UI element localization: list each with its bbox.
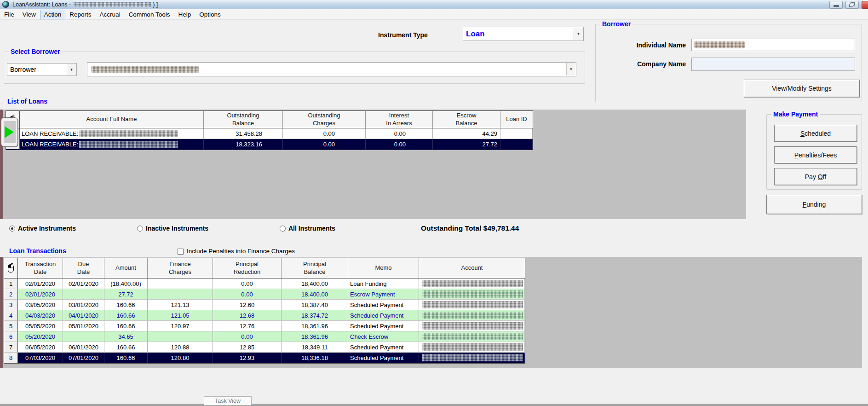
transaction-row[interactable]: 404/03/202004/01/2020160.66121.0512.6818… <box>4 310 525 321</box>
chevron-down-icon[interactable]: ▼ <box>566 63 575 75</box>
loan-row[interactable]: 2LOAN RECEIVABLE:18,323.160.000.0027.72 <box>6 139 533 150</box>
app-icon <box>2 1 9 8</box>
list-of-loans-title: List of Loans <box>7 98 47 105</box>
loan-account-prefix: LOAN RECEIVABLE: <box>22 130 78 137</box>
restore-button[interactable] <box>845 1 859 9</box>
txn-principal-reduction: 0.00 <box>213 289 282 300</box>
loan-row[interactable]: LOAN RECEIVABLE:31,458.280.000.0044.29 <box>6 128 533 139</box>
txn-due-date: 02/01/2020 <box>63 278 104 289</box>
include-penalties-checkbox[interactable] <box>178 249 184 255</box>
loan-account-name: LOAN RECEIVABLE: <box>20 128 204 139</box>
txn-principal-reduction: 12.68 <box>213 310 282 321</box>
transaction-row[interactable]: 303/05/202003/01/2020160.66121.1312.6018… <box>4 300 525 310</box>
loans-grid-area: Account Full NameOutstanding BalanceOuts… <box>3 110 746 219</box>
window-title: LoanAssistant: Loans - ) ] <box>12 1 158 8</box>
txn-account-redacted <box>422 322 523 330</box>
menu-item-accrual[interactable]: Accrual <box>96 10 125 19</box>
transaction-row[interactable]: 505/05/202005/01/2020160.66120.9712.7618… <box>4 321 525 331</box>
penalties-fees-button[interactable]: Penalties/Fees <box>774 146 857 163</box>
txn-column-header[interactable]: Principal Reduction <box>213 258 282 278</box>
outstanding-total-label: Outstanding Total <box>421 224 481 232</box>
borrower-type-select[interactable]: Borrower ▼ <box>7 63 77 76</box>
loan-account-redacted <box>79 130 178 137</box>
menu-item-view[interactable]: View <box>18 10 40 19</box>
txn-column-header[interactable]: Finance Charges <box>148 258 213 278</box>
txn-column-header[interactable]: Principal Balance <box>282 258 348 278</box>
slide-panel-handle[interactable] <box>1 117 18 147</box>
transaction-row[interactable]: 202/01/202027.720.0018,400.00Escrow Paym… <box>4 289 525 300</box>
txn-principal-balance: 18,400.00 <box>282 289 348 300</box>
menu-item-help[interactable]: Help <box>174 10 195 19</box>
txn-account <box>419 331 525 342</box>
txn-due-date <box>63 289 104 300</box>
view-modify-settings-label: View/Modify Settings <box>772 85 832 92</box>
radio-all-instruments[interactable]: All Instruments <box>280 225 335 232</box>
txn-amount: 27.72 <box>104 289 148 300</box>
txn-column-header[interactable]: Memo <box>348 258 419 278</box>
instrument-type-select[interactable]: Loan ▼ <box>463 27 584 41</box>
loans-column-header[interactable]: Escrow Balance <box>433 111 500 128</box>
transactions-splitter-handle[interactable] <box>0 257 3 368</box>
menu-item-file[interactable]: File <box>0 10 18 19</box>
menu-item-common-tools[interactable]: Common Tools <box>125 10 174 19</box>
chevron-down-icon[interactable]: ▼ <box>574 28 583 40</box>
txn-finance-charges <box>148 278 213 289</box>
txn-transaction-date: 05/20/2020 <box>18 331 63 342</box>
transaction-row[interactable]: 102/01/202002/01/2020(18,400.00)0.0018,4… <box>4 278 525 289</box>
transaction-row[interactable]: 706/05/202006/01/2020160.66120.8812.8518… <box>4 342 525 353</box>
txn-memo: Scheduled Payment <box>348 353 419 363</box>
individual-name-field[interactable] <box>691 39 855 51</box>
txn-column-header[interactable]: Transaction Date <box>18 258 63 278</box>
menu-item-options[interactable]: Options <box>195 10 225 19</box>
pay-off-button[interactable]: Pay Off <box>774 168 857 185</box>
window-title-suffix: ) ] <box>153 1 158 8</box>
outstanding-total: Outstanding Total $49,781.44 <box>421 224 519 232</box>
txn-account-redacted <box>422 354 523 361</box>
txn-account <box>419 278 525 289</box>
task-view-tooltip-text: Task View <box>215 398 241 404</box>
txn-column-header[interactable]: Account <box>419 258 525 278</box>
scheduled-button[interactable]: Scheduled <box>774 125 857 142</box>
make-payment-title: Make Payment <box>771 110 820 118</box>
loans-column-header[interactable]: Interest In Arrears <box>366 111 433 128</box>
txn-column-header[interactable]: Amount <box>104 258 148 278</box>
txn-principal-balance: 18,374.72 <box>282 310 348 321</box>
transaction-row[interactable]: 605/20/202034.650.0018,361.96Check Escro… <box>4 331 525 342</box>
txn-principal-reduction: 0.00 <box>213 331 282 342</box>
transactions-grid: Transaction DateDue DateAmountFinance Ch… <box>4 258 525 364</box>
radio-inactive-instruments[interactable]: Inactive Instruments <box>137 225 208 232</box>
menu-item-reports[interactable]: Reports <box>65 10 95 19</box>
view-modify-settings-button[interactable]: View/Modify Settings <box>744 80 860 97</box>
close-button[interactable] <box>862 1 868 9</box>
transaction-row[interactable]: 807/03/202007/01/2020160.66120.8012.9318… <box>4 353 525 363</box>
company-name-field[interactable] <box>691 58 855 71</box>
minimize-button[interactable] <box>829 1 843 9</box>
txn-amount: 160.66 <box>104 321 148 331</box>
borrower-groupbox: Borrower Individual Name Company Name Vi… <box>595 24 862 102</box>
select-borrower-groupbox: Select Borrower Borrower ▼ ▼ <box>4 52 585 84</box>
loan-outstanding-charges: 0.00 <box>283 139 366 150</box>
company-name-label: Company Name <box>617 60 686 68</box>
loans-column-header[interactable]: Outstanding Charges <box>283 111 366 128</box>
chevron-down-icon[interactable]: ▼ <box>67 64 76 75</box>
include-penalties-label: Include Penalties into Finance Charges <box>187 248 295 255</box>
txn-row-number: 4 <box>4 310 18 321</box>
txn-due-date: 05/01/2020 <box>63 321 104 331</box>
borrower-name-select[interactable]: ▼ <box>87 62 576 76</box>
txn-column-header[interactable]: Due Date <box>63 258 104 278</box>
txn-transaction-date: 06/05/2020 <box>18 342 63 353</box>
radio-active-instruments[interactable]: Active Instruments <box>9 225 76 232</box>
loan-escrow-balance: 44.29 <box>433 128 500 139</box>
funding-button[interactable]: Funding <box>766 195 862 214</box>
txn-account <box>419 289 525 300</box>
loans-column-header[interactable]: Outstanding Balance <box>204 111 283 128</box>
loans-column-header[interactable]: Loan ID <box>500 111 533 128</box>
loans-column-header[interactable]: Account Full Name <box>20 111 204 128</box>
txn-account-redacted <box>422 333 523 340</box>
loan-account-name: LOAN RECEIVABLE: <box>20 139 204 150</box>
menu-item-action[interactable]: Action <box>40 10 66 19</box>
transactions-grid-area: Transaction DateDue DateAmountFinance Ch… <box>3 257 862 368</box>
select-borrower-title: Select Borrower <box>9 48 62 55</box>
txn-memo: Scheduled Payment <box>348 300 419 310</box>
txn-memo: Check Escrow <box>348 331 419 342</box>
